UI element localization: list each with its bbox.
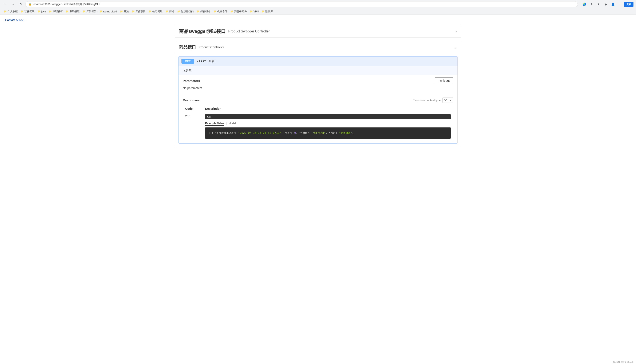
forward-button[interactable]: → (10, 1, 16, 7)
folder-icon: 📁 (214, 10, 216, 13)
responses-title: Responses (183, 98, 200, 102)
tab-separator: | (226, 122, 227, 125)
chevron-right-icon: › (455, 29, 457, 34)
product-controller-sub-title: Product Controller (199, 45, 224, 49)
endpoint-path: /list (197, 60, 206, 63)
folder-icon: 📁 (100, 10, 103, 13)
bookmark-机器学习[interactable]: 📁 机器学习 (212, 9, 229, 14)
translate-button[interactable]: 🌏 (581, 1, 587, 7)
chevron-down-icon: ⌄ (453, 45, 457, 50)
folder-icon: 📁 (177, 10, 180, 13)
bookmark-label: java (41, 10, 46, 13)
screenshot-button[interactable]: ⬆ (588, 1, 594, 7)
swagger-section-header[interactable]: 商品swagger测试接口 Product Swagger Controller… (175, 25, 461, 38)
folder-icon: 📁 (149, 10, 152, 13)
response-content-type-label: Response content type (413, 98, 441, 102)
folder-icon: 📁 (250, 10, 253, 13)
extensions-button[interactable]: ◆ (603, 1, 608, 7)
bookmark-源码解读[interactable]: 📁 源码解读 (65, 9, 81, 14)
swagger-section-product-swagger: 商品swagger测试接口 Product Swagger Controller… (175, 25, 461, 38)
bookmark-label: 前端 (169, 10, 174, 13)
response-content-type-select[interactable]: */* (442, 98, 453, 103)
bookmark-原理解析[interactable]: 📁 原理解析 (48, 9, 64, 14)
parameters-section: Parameters Try it out No parameters (179, 75, 457, 95)
bookmark-数据库[interactable]: 📁 数据库 (260, 9, 274, 14)
more-options-button[interactable]: ⋮ (617, 1, 623, 7)
product-controller-section: 商品接口 Product Controller ⌄ GET /list 列表 (175, 41, 461, 147)
content-type-container: Response content type */* (413, 98, 453, 103)
folder-icon: 📁 (49, 10, 52, 13)
bookmark-消息中间件[interactable]: 📁 消息中间件 (229, 9, 248, 14)
bookmark-VPN[interactable]: 📁 VPN (248, 10, 260, 14)
example-tabs: Example Value | Model (205, 121, 451, 126)
ok-badge: OK (205, 114, 451, 119)
bookmark-label: 算法 (124, 10, 129, 13)
bookmark-star-button[interactable]: ★ (595, 1, 601, 7)
address-bar[interactable]: 🔒 localhost:9091/swagger-ui.html#/商品接口/l… (25, 1, 578, 7)
responses-section: Responses Response content type */* (179, 95, 457, 144)
responses-header: Responses Response content type */* (183, 98, 453, 103)
swagger-sub-title: Product Swagger Controller (228, 30, 270, 33)
bookmark-label: 做点好玩的 (181, 10, 194, 13)
bookmark-操作指令[interactable]: 📁 操作指令 (195, 9, 212, 14)
folder-icon: 📁 (230, 10, 233, 13)
bookmark-label: 机器学习 (217, 10, 227, 13)
bookmark-软件安装[interactable]: 📁 软件安装 (20, 9, 36, 14)
bookmark-label: VPN (254, 10, 259, 13)
bookmark-前端[interactable]: 📁 前端 (164, 9, 176, 14)
folder-icon: 📁 (132, 10, 135, 13)
model-tab[interactable]: Model (228, 121, 236, 126)
bookmark-spring-cloud[interactable]: 📁 spring cloud (98, 10, 118, 14)
reload-button[interactable]: ↻ (18, 1, 24, 7)
contact-link[interactable]: Contact 55555 (5, 18, 24, 22)
bookmark-label: 开发框架 (86, 10, 97, 13)
bookmark-公司网址[interactable]: 📁 公司网址 (147, 9, 164, 14)
swagger-main-title: 商品swagger测试接口 (179, 28, 226, 34)
profile-button[interactable]: 👤 (610, 1, 616, 7)
bookmark-工作项目[interactable]: 📁 工作项目 (131, 9, 147, 14)
back-button[interactable]: ← (3, 1, 9, 7)
lock-icon: 🔒 (29, 3, 32, 6)
bookmark-算法[interactable]: 📁 算法 (119, 9, 130, 14)
browser-actions: 🌏 ⬆ ★ ◆ 👤 ⋮ 更新 (581, 1, 633, 7)
description-column-header: Description (203, 105, 453, 112)
folder-icon: 📁 (262, 10, 264, 13)
ok-badge-container: OK (205, 114, 451, 119)
bookmark-label: spring cloud (103, 10, 117, 13)
parameters-header: Parameters Try it out (183, 78, 453, 84)
method-badge-get: GET (181, 59, 194, 64)
product-controller-main-title: 商品接口 (179, 44, 196, 50)
try-it-out-button[interactable]: Try it out (435, 78, 453, 84)
bookmark-做点好玩的[interactable]: 📁 做点好玩的 (176, 9, 195, 14)
product-controller-header[interactable]: 商品接口 Product Controller ⌄ (175, 41, 461, 53)
endpoint-container: GET /list 列表 无参数 Parameters (175, 53, 461, 147)
example-value-tab[interactable]: Example Value (205, 121, 224, 126)
code-column-header: Code (183, 105, 203, 112)
endpoint-block-get-list: GET /list 列表 无参数 Parameters (178, 56, 458, 144)
bookmark-label: 工作项目 (136, 10, 146, 13)
folder-icon: 📁 (66, 10, 69, 13)
page-content: Contact 55555 商品swagger测试接口 Product Swag… (0, 15, 636, 358)
endpoint-header[interactable]: GET /list 列表 (179, 57, 457, 66)
contact-link-section: Contact 55555 (0, 15, 636, 25)
no-parameters-text: No parameters (183, 84, 453, 92)
folder-icon: 📁 (83, 10, 86, 13)
folder-icon: 📁 (21, 10, 24, 13)
bookmark-java[interactable]: 📁 java (36, 10, 47, 14)
no-params-row: 无参数 (179, 66, 457, 75)
bookmark-个人收藏[interactable]: 📁 个人收藏 (3, 9, 19, 14)
folder-icon: 📁 (4, 10, 7, 13)
bookmark-label: 消息中间件 (234, 10, 247, 13)
product-controller-title: 商品接口 Product Controller (179, 44, 224, 50)
bookmark-label: 数据库 (265, 10, 273, 13)
folder-icon: 📁 (165, 10, 168, 13)
response-code-200: 200 (185, 114, 190, 118)
browser-chrome: ← → ↻ 🔒 localhost:9091/swagger-ui.html#/… (0, 0, 636, 15)
update-button[interactable]: 更新 (624, 2, 633, 7)
bookmark-label: 操作指令 (200, 10, 211, 13)
bookmark-label: 公司网址 (152, 10, 163, 13)
bookmark-开发框架[interactable]: 📁 开发框架 (81, 9, 98, 14)
bookmark-label: 源码解读 (70, 10, 80, 13)
folder-icon: 📁 (38, 10, 41, 13)
swagger-section-title: 商品swagger测试接口 Product Swagger Controller (179, 28, 270, 34)
